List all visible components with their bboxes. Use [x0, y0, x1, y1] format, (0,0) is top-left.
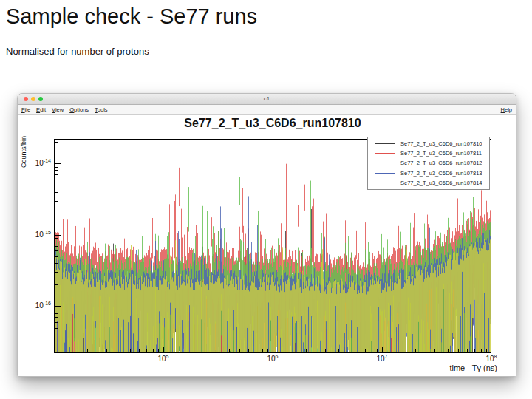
- close-button-icon[interactable]: [24, 97, 28, 101]
- legend-entry: Se77_2_T_u3_C6D6_run107814: [368, 180, 489, 186]
- x-tick-label: 106: [262, 355, 283, 363]
- menu-options[interactable]: Options: [69, 106, 89, 113]
- legend: Se77_2_T_u3_C6D6_run107810Se77_2_T_u3_C6…: [367, 137, 490, 190]
- menu-tools[interactable]: Tools: [95, 106, 108, 113]
- y-tick-label: 10-16: [24, 301, 51, 310]
- minimize-button-icon[interactable]: [31, 97, 35, 101]
- y-tick-label: 10-15: [24, 231, 51, 239]
- menu-file[interactable]: File: [21, 106, 30, 113]
- legend-entry: Se77_2_T_u3_C6D6_run107813: [368, 170, 489, 177]
- legend-entry: Se77_2_T_u3_C6D6_run107811: [368, 150, 489, 157]
- x-tick-label: 108: [481, 355, 502, 363]
- x-tick-label: 107: [372, 355, 392, 363]
- traffic-light-buttons: [24, 97, 43, 101]
- menubar-items: FileEditViewOptionsTools: [21, 106, 108, 113]
- legend-label: Se77_2_T_u3_C6D6_run107813: [400, 170, 482, 177]
- legend-entry: Se77_2_T_u3_C6D6_run107812: [368, 160, 489, 166]
- legend-label: Se77_2_T_u3_C6D6_run107810: [400, 140, 482, 147]
- legend-line-swatch: [375, 163, 395, 163]
- window-title: c1: [18, 94, 516, 104]
- legend-label: Se77_2_T_u3_C6D6_run107812: [400, 160, 482, 166]
- legend-label: Se77_2_T_u3_C6D6_run107814: [400, 180, 482, 186]
- zoom-button-icon[interactable]: [38, 97, 43, 101]
- legend-label: Se77_2_T_u3_C6D6_run107811: [400, 150, 482, 157]
- x-axis-title: time - Tγ (ns): [349, 364, 497, 372]
- menu-help[interactable]: Help: [501, 106, 512, 113]
- y-tick-label: 10-14: [24, 159, 51, 167]
- page-subtitle: Normalised for number of protons: [6, 46, 149, 57]
- legend-line-swatch: [375, 143, 395, 144]
- x-tick-label: 105: [153, 355, 174, 363]
- legend-entry: Se77_2_T_u3_C6D6_run107810: [368, 140, 489, 147]
- menubar: FileEditViewOptionsTools Help: [18, 105, 516, 115]
- legend-line-swatch: [375, 183, 395, 183]
- menu-view[interactable]: View: [52, 106, 64, 113]
- legend-line-swatch: [375, 173, 395, 174]
- menu-edit[interactable]: Edit: [36, 106, 46, 113]
- window-titlebar[interactable]: c1: [18, 94, 516, 105]
- legend-line-swatch: [375, 153, 395, 154]
- root-canvas-window: c1 FileEditViewOptionsTools Help Se77_2_…: [17, 93, 516, 377]
- plot-title: Se77_2_T_u3_C6D6_run107810: [54, 117, 491, 130]
- page-title: Sample check - Se77 runs: [6, 4, 257, 29]
- plot-canvas-area: Se77_2_T_u3_C6D6_run107810 Counts/bin 10…: [18, 115, 516, 376]
